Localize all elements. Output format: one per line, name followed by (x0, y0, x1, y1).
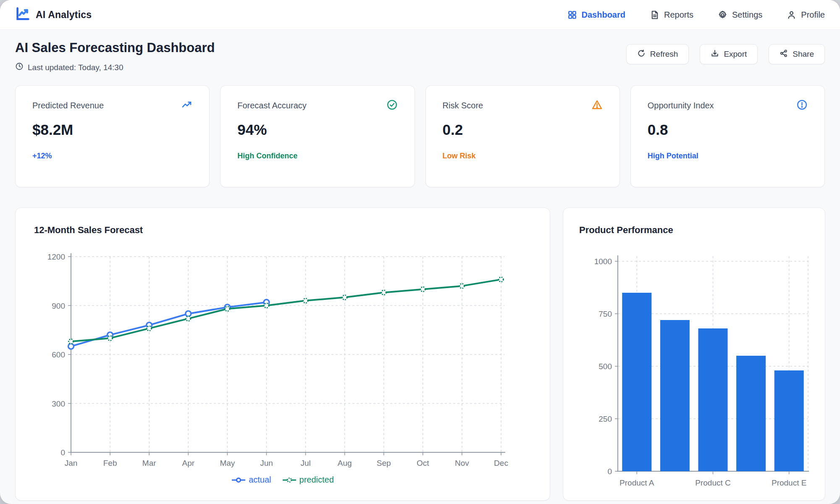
stat-delta: High Confidence (237, 152, 397, 160)
predicted-point (147, 326, 152, 331)
refresh-icon (637, 49, 646, 60)
legend-item-predicted[interactable]: predicted (282, 475, 334, 485)
page-title: AI Sales Forecasting Dashboard (15, 41, 215, 55)
nav-item-dashboard[interactable]: Dashboard (567, 10, 625, 20)
button-label: Refresh (650, 50, 678, 59)
export-button[interactable]: Export (700, 44, 758, 64)
stat-label: Forecast Accuracy (237, 101, 307, 110)
y-tick-label: 250 (598, 415, 612, 423)
gear-icon (718, 10, 727, 20)
nav-item-settings[interactable]: Settings (718, 10, 762, 20)
bar-product-c (698, 328, 728, 471)
y-tick-label: 600 (52, 350, 65, 359)
stat-card-opportunity-index: Opportunity Index 0.8 High Potential (630, 85, 825, 187)
chart-legend: actual predicted (34, 475, 531, 485)
top-nav: AI Analytics Dashboard (0, 0, 840, 30)
clock-icon (15, 62, 24, 73)
y-tick-label: 300 (52, 399, 65, 408)
predicted-point (303, 298, 308, 303)
brand: AI Analytics (15, 6, 92, 23)
nav-item-label: Settings (732, 10, 762, 20)
header-actions: Refresh Export (626, 44, 825, 64)
predicted-series-marker (282, 477, 297, 483)
refresh-button[interactable]: Refresh (626, 44, 689, 64)
predicted-point (264, 303, 269, 308)
stat-delta: Low Risk (443, 152, 603, 160)
stat-card-predicted-revenue: Predicted Revenue $8.2M +12% (15, 85, 210, 187)
document-icon (650, 10, 659, 20)
stat-value: 0.2 (443, 121, 603, 138)
last-updated-text: Last updated: Today, 14:30 (28, 63, 123, 72)
download-icon (711, 49, 719, 60)
x-tick-label: Product E (772, 478, 806, 487)
y-tick-label: 750 (598, 310, 612, 318)
stat-card-risk-score: Risk Score 0.2 Low Risk (425, 85, 620, 187)
predicted-point (459, 284, 464, 288)
check-circle-icon (386, 99, 398, 112)
actual-series-marker (231, 477, 246, 483)
grid-icon (567, 10, 577, 20)
predicted-point (420, 287, 425, 291)
y-tick-label: 0 (60, 448, 65, 457)
x-tick-label: Oct (417, 459, 429, 467)
y-tick-label: 500 (598, 362, 612, 371)
x-tick-label: May (220, 459, 235, 467)
bar-product-e (774, 370, 804, 471)
y-tick-label: 1000 (594, 257, 612, 266)
stat-delta: High Potential (648, 152, 808, 160)
line-chart-logo-icon (15, 6, 30, 23)
app-window: AI Analytics Dashboard (0, 0, 840, 504)
stat-label: Risk Score (443, 101, 483, 110)
y-tick-label: 0 (607, 467, 612, 476)
predicted-point (108, 336, 113, 341)
stat-delta: +12% (32, 152, 192, 160)
actual-point (68, 344, 74, 349)
stat-cards: Predicted Revenue $8.2M +12% Forecast Ac… (15, 85, 825, 187)
charts-row: 12-Month Sales Forecast 03006009001200Ja… (15, 207, 825, 501)
nav-item-reports[interactable]: Reports (650, 10, 693, 20)
predicted-line (71, 279, 501, 341)
x-tick-label: Nov (455, 459, 469, 467)
actual-point (186, 311, 191, 317)
y-tick-label: 1200 (47, 252, 65, 261)
product-performance-chart-card: Product Performance 02505007501000Produc… (563, 207, 825, 501)
x-tick-label: Jun (260, 459, 273, 467)
x-tick-label: Product C (695, 478, 730, 487)
bar-product-a (622, 293, 651, 471)
bar-product-d (736, 356, 766, 471)
nav-item-profile[interactable]: Profile (787, 10, 825, 20)
share-button[interactable]: Share (769, 44, 825, 64)
last-updated: Last updated: Today, 14:30 (15, 62, 215, 73)
button-label: Export (724, 50, 747, 59)
x-tick-label: Dec (494, 459, 508, 467)
predicted-point (186, 316, 191, 321)
page-header: AI Sales Forecasting Dashboard Last upda… (15, 41, 825, 73)
stat-card-forecast-accuracy: Forecast Accuracy 94% High Confidence (220, 85, 415, 187)
x-tick-label: Mar (142, 459, 156, 467)
x-tick-label: Jan (65, 459, 78, 467)
nav-item-label: Dashboard (582, 10, 625, 20)
predicted-point (69, 339, 74, 344)
user-icon (787, 10, 796, 20)
stat-label: Opportunity Index (648, 101, 714, 110)
x-tick-label: Jul (300, 459, 310, 467)
x-tick-label: Sep (377, 459, 391, 467)
button-label: Share (793, 50, 814, 59)
predicted-point (342, 295, 347, 300)
product-performance-bar-chart: 02505007501000Product AProduct CProduct … (579, 242, 810, 494)
nav-item-label: Profile (801, 10, 825, 20)
predicted-point (499, 277, 504, 282)
legend-item-actual[interactable]: actual (231, 475, 271, 485)
warning-triangle-icon (591, 99, 603, 112)
predicted-point (381, 290, 386, 295)
sales-forecast-chart-card: 12-Month Sales Forecast 03006009001200Ja… (15, 207, 550, 501)
x-tick-label: Feb (103, 459, 117, 467)
y-tick-label: 900 (52, 302, 65, 310)
nav-item-label: Reports (664, 10, 693, 20)
stat-value: $8.2M (32, 121, 192, 138)
bar-product-b (660, 320, 690, 471)
stat-label: Predicted Revenue (32, 101, 104, 110)
trending-up-icon (181, 99, 192, 112)
brand-name: AI Analytics (36, 9, 92, 21)
share-icon (780, 49, 788, 60)
